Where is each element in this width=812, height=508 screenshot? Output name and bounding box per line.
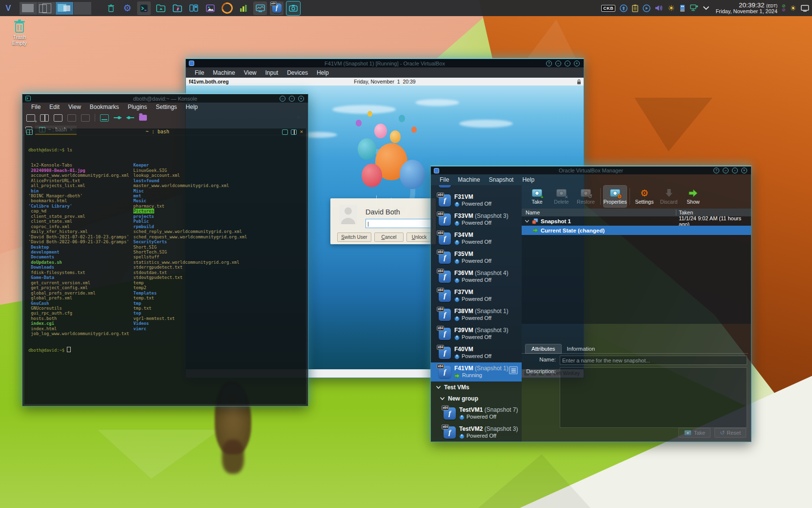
- menu-snapshot[interactable]: Snapshot: [485, 175, 518, 184]
- menu-edit[interactable]: Edit: [45, 103, 63, 111]
- display-settings-icon[interactable]: [801, 5, 809, 12]
- menu-help[interactable]: Help: [313, 68, 333, 77]
- updates-icon[interactable]: [620, 4, 628, 12]
- snapshot-description-input[interactable]: [560, 367, 747, 428]
- profile-toggle-icon[interactable]: [114, 115, 122, 121]
- menu-view[interactable]: View: [64, 103, 85, 111]
- vm-list-item[interactable]: x64fTestVM1 (Snapshot 7)Powered Off: [431, 404, 522, 423]
- current-state-row[interactable]: Current State (changed): [522, 226, 751, 235]
- menu-machine[interactable]: Machine: [209, 68, 239, 77]
- configure-toggle-icon[interactable]: [126, 115, 134, 121]
- paste-icon[interactable]: [81, 114, 90, 122]
- desktop-3-current[interactable]: [56, 2, 73, 15]
- window-close-button[interactable]: [574, 61, 580, 66]
- window-minimize-button[interactable]: [280, 96, 285, 102]
- vm-list-item[interactable]: x64fF35VMPowered Off: [431, 248, 522, 267]
- menu-file[interactable]: File: [191, 68, 208, 77]
- image-viewer-icon[interactable]: [203, 1, 217, 15]
- screenshot-tool-icon[interactable]: [286, 1, 300, 15]
- window-maximize-button[interactable]: [732, 168, 738, 173]
- menu-help[interactable]: Help: [182, 103, 202, 111]
- system-monitor-icon[interactable]: [253, 1, 267, 15]
- taskbar-virtualbox-icon[interactable]: x64f: [270, 1, 284, 15]
- vm-list-item[interactable]: x64fF37VMPowered Off: [431, 286, 522, 305]
- vm-list-item[interactable]: x64fF36VM (Snapshot 4)Powered Off: [431, 267, 522, 286]
- konsole-titlebar[interactable]: dboth@david:~ — Konsole: [22, 94, 308, 103]
- vm-list-item[interactable]: x64fF31VMPowered Off: [431, 191, 522, 210]
- vm-list-item[interactable]: x64fF38VM (Snapshot 1)Powered Off: [431, 305, 522, 324]
- window-help-button[interactable]: [546, 61, 552, 66]
- close-view-icon[interactable]: ×: [300, 129, 303, 134]
- window-tiler-icon[interactable]: [187, 1, 201, 15]
- properties-button[interactable]: ⚙Properties: [604, 186, 627, 207]
- virtual-desktop-pager[interactable]: [20, 2, 92, 15]
- window-close-button[interactable]: [298, 96, 304, 102]
- keyboard-layout-badge[interactable]: CKB: [601, 5, 615, 12]
- network-icon[interactable]: [690, 4, 698, 12]
- menu-file[interactable]: File: [27, 103, 44, 111]
- show-button[interactable]: Show: [682, 186, 705, 207]
- window-close-button[interactable]: [741, 168, 747, 173]
- removable-device-icon[interactable]: [679, 4, 686, 12]
- keyboard-shortcuts-icon[interactable]: [100, 114, 109, 122]
- vm-group-header[interactable]: Test VMs: [431, 381, 522, 393]
- take-snapshot-button[interactable]: Take: [678, 428, 710, 438]
- menu-help[interactable]: Help: [518, 175, 538, 184]
- media-player-icon[interactable]: [643, 4, 650, 12]
- vm-list-item[interactable]: x64fF33VM (Snapshot 3)Powered Off: [431, 210, 522, 229]
- tray-expander-chevron-icon[interactable]: [703, 6, 710, 10]
- settings-button[interactable]: ⚙Settings: [633, 186, 656, 207]
- password-input[interactable]: [365, 219, 433, 228]
- menu-view[interactable]: View: [240, 68, 261, 77]
- vm-list-item[interactable]: x64fF39VM (Snapshot 3)Powered Off: [431, 324, 522, 343]
- vm-tools-button[interactable]: [509, 366, 518, 374]
- manager-titlebar[interactable]: Oracle VirtualBox Manager: [431, 167, 751, 174]
- window-minimize-button[interactable]: [555, 61, 561, 66]
- vm-list-item[interactable]: x64fF40VMPowered Off: [431, 343, 522, 362]
- unlock-button[interactable]: Unlock: [406, 233, 432, 242]
- delete-button[interactable]: ×Delete: [550, 186, 573, 207]
- open-folder-icon[interactable]: [139, 115, 147, 121]
- desktop-2[interactable]: [38, 2, 55, 15]
- desktop-1[interactable]: [20, 2, 37, 15]
- chart-app-icon[interactable]: [237, 1, 250, 15]
- snapshot-row[interactable]: Snapshot 1 11/1/24 9:02 AM (11 hours ago…: [522, 216, 751, 226]
- night-color-icon[interactable]: ☀: [790, 4, 796, 12]
- terminal-view[interactable]: ~ : bash × dboth@david:~$ ls 1x2-Konsole…: [24, 128, 306, 404]
- tab-information[interactable]: Information: [561, 344, 601, 353]
- detach-tab-icon[interactable]: [54, 114, 62, 122]
- window-help-button[interactable]: [713, 168, 719, 173]
- file-manager-icon[interactable]: [154, 1, 167, 15]
- volume-icon[interactable]: [655, 4, 663, 12]
- window-minimize-button[interactable]: [723, 168, 729, 173]
- menu-file[interactable]: File: [436, 175, 453, 184]
- digital-clock[interactable]: 20:39:32 (EDT) Friday, November 1, 2024: [716, 2, 777, 15]
- menu-plugins[interactable]: Plugins: [124, 103, 151, 111]
- menu-bookmarks[interactable]: Bookmarks: [86, 103, 123, 111]
- menu-devices[interactable]: Devices: [283, 68, 312, 77]
- window-maximize-button[interactable]: [289, 96, 295, 102]
- desktop-trash-icon[interactable]: Trash Empty: [8, 19, 31, 46]
- vm-window-titlebar[interactable]: F41VM (Snapshot 1) [Running] - Oracle Vi…: [186, 59, 584, 67]
- take-button[interactable]: +Take: [526, 186, 548, 207]
- status-circles-icon[interactable]: ⊘ ⊘: [782, 4, 786, 11]
- menu-input[interactable]: Input: [262, 68, 283, 77]
- menu-machine[interactable]: Machine: [454, 175, 484, 184]
- new-tab-icon[interactable]: [26, 114, 35, 122]
- folder-editor-icon[interactable]: [170, 1, 184, 15]
- vm-group-header[interactable]: New group: [431, 393, 522, 404]
- app-launcher-button[interactable]: V: [1, 1, 15, 15]
- restore-button[interactable]: ↺Restore: [574, 186, 597, 207]
- cancel-button[interactable]: Cancel: [374, 233, 404, 242]
- window-maximize-button[interactable]: [565, 61, 570, 66]
- vm-list-item[interactable]: x64fPowered Off: [431, 185, 522, 191]
- snapshot-name-input[interactable]: [560, 356, 747, 365]
- clipboard-icon[interactable]: [632, 4, 638, 12]
- taskbar-trash-icon[interactable]: [104, 1, 118, 15]
- switch-user-button[interactable]: Switch User: [337, 233, 371, 242]
- split-view-icon[interactable]: [40, 114, 49, 122]
- split-header-icon[interactable]: [291, 129, 297, 135]
- brightness-icon[interactable]: ☀: [668, 4, 674, 12]
- reset-button[interactable]: ↺ Reset: [714, 428, 746, 438]
- vm-list-item[interactable]: x64fF41VM (Snapshot 1)Running: [431, 362, 522, 381]
